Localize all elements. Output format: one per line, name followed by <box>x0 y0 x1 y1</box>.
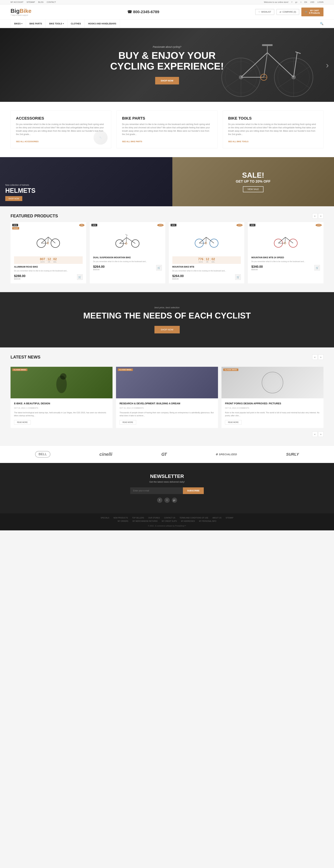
news-prev-button[interactable]: ‹ <box>312 354 318 360</box>
sitemap-link[interactable]: SITEMAP <box>27 1 35 3</box>
cart-info: MY CART 0 Products <box>309 9 320 14</box>
twitter-icon-footer[interactable]: t <box>164 498 170 503</box>
logo[interactable]: BigBike 7 days a week support <box>10 8 31 16</box>
footer-sitemap[interactable]: SITEMAP <box>226 517 233 519</box>
svg-line-47 <box>199 237 206 243</box>
bike-parts-link[interactable]: SEE ALL BIKE PARTS <box>122 141 142 143</box>
meeting-section: best price, best selection MEETING THE N… <box>0 292 334 348</box>
svg-line-48 <box>206 237 214 243</box>
footer-our-stores[interactable]: OUR STORES <box>148 517 160 519</box>
twitter-icon[interactable]: t <box>301 1 301 3</box>
brand-specialized: ⚙ SPECIALIZED <box>215 453 237 456</box>
gplus-icon-footer[interactable]: g+ <box>172 498 177 503</box>
read-more-2[interactable]: READ MORE <box>120 420 136 425</box>
footer-addresses[interactable]: MY ADDRESSES <box>181 520 195 522</box>
product-name-2: DUAL SUSPENSION MOUNTAIN BIKE <box>93 256 162 259</box>
hero-title: BUY & ENJOY YOUR CYCLING EXPERIENCE! <box>106 50 229 72</box>
accessories-link[interactable]: SEE ALL ACCESSORIES <box>16 141 39 143</box>
svg-line-38 <box>120 238 127 244</box>
read-more-3[interactable]: READ MORE <box>225 420 242 425</box>
add-to-cart-1[interactable]: 🛒 <box>77 274 83 280</box>
nav-bike-tools[interactable]: BIKE TOOLS ▾ <box>46 20 67 28</box>
footer-credit-slips[interactable]: MY CREDIT SLIPS <box>162 520 177 522</box>
footer-new-products[interactable]: NEW PRODUCTS <box>113 517 128 519</box>
news-next-button[interactable]: › <box>318 354 324 360</box>
product-image-1 <box>14 226 83 254</box>
facebook-icon[interactable]: f <box>157 498 162 503</box>
featured-next-button[interactable]: › <box>318 213 324 219</box>
blog-link[interactable]: BLOG <box>38 1 43 3</box>
fb-icon[interactable]: f <box>292 1 292 3</box>
language-selector[interactable]: EN <box>304 1 307 3</box>
news-desc-3: Ruhr is the most popular bull point in t… <box>225 411 320 417</box>
contact-link[interactable]: CONTACT <box>47 1 56 3</box>
gplus-icon[interactable]: g+ <box>295 1 298 3</box>
nav-hooks[interactable]: HOOKS AND HANDLEBARS <box>85 20 120 28</box>
product-price-4: $340.00 $320.00 <box>251 265 263 271</box>
brand-gt: GT <box>161 452 166 457</box>
hero-bike-image <box>215 32 320 98</box>
compare-button[interactable]: ⇄ COMPARE (0) <box>276 9 299 15</box>
svg-line-17 <box>294 67 309 77</box>
product-desc-3: Do you remember what it is like to be cr… <box>172 270 241 272</box>
newsletter-title: NEWSLETTER <box>10 473 324 479</box>
hero-next-arrow[interactable]: › <box>326 60 329 70</box>
search-icon[interactable]: 🔍 <box>320 22 324 25</box>
featured-nav: ‹ › <box>312 213 324 219</box>
news-next-bottom-button[interactable]: › <box>318 432 324 437</box>
main-nav: BIKES ▾ BIKE PARTS BIKE TOOLS ▾ CLOTHES … <box>0 20 334 28</box>
svg-line-14 <box>278 77 294 88</box>
svg-line-8 <box>241 67 257 77</box>
featured-prev-button[interactable]: ‹ <box>312 213 318 219</box>
bike-tools-link[interactable]: SEE ALL BIKE TOOLS <box>228 141 248 143</box>
discount-badge-1: -8% <box>79 224 85 226</box>
helmets-promo: New collection of helmets HELMETS SHOP N… <box>0 157 172 206</box>
nav-bikes[interactable]: BIKES ▾ <box>10 20 26 28</box>
helmets-shop-button[interactable]: SHOP NOW <box>5 196 22 201</box>
product-price-3: $264.00 $320.00 <box>172 274 184 280</box>
footer-specials[interactable]: SPECIALS <box>101 517 109 519</box>
footer-contact-us[interactable]: CONTACT US <box>164 517 175 519</box>
footer-about-us[interactable]: ABOUT US <box>212 517 222 519</box>
footer-merchandise-returns[interactable]: MY MERCHANDISE RETURNS <box>133 520 158 522</box>
phone-number: ☎ 800-2345-6789 <box>127 10 159 14</box>
svg-line-16 <box>294 77 309 88</box>
hero-content: Passionate about cycling? BUY & ENJOY YO… <box>106 45 229 85</box>
hero-shop-button[interactable]: SHOP NOW <box>155 77 179 85</box>
news-meta-3: OCT 15, 2014 | 8 COMMENTS <box>225 407 320 409</box>
footer-copyright: © 2015 - E-commerce software by PrestaSh… <box>148 525 186 527</box>
wishlist-button[interactable]: ♡ WISHLIST <box>255 9 274 15</box>
svg-line-25 <box>294 53 297 77</box>
footer-top-sellers[interactable]: TOP SELLERS <box>132 517 144 519</box>
footer-row-1: SPECIALS NEW PRODUCTS TOP SELLERS OUR ST… <box>101 517 233 519</box>
nav-bike-parts[interactable]: BIKE PARTS <box>26 20 46 28</box>
add-to-cart-3[interactable]: 🛒 <box>235 274 241 280</box>
currency-selector[interactable]: USD <box>310 1 314 3</box>
footer-personal-info[interactable]: MY PERSONAL INFO <box>199 520 216 522</box>
new-badge-3: NEW <box>171 224 176 226</box>
login-link[interactable]: LOGIN <box>318 1 324 3</box>
brands-section: BELL cinelli GT ⚙ SPECIALIZED SURLY <box>0 445 334 463</box>
product-footer-4: $340.00 $320.00 🛒 <box>251 265 320 271</box>
add-to-cart-2[interactable]: 🛒 <box>156 265 162 271</box>
footer-terms[interactable]: TERMS AND CONDITIONS OF USE <box>179 517 208 519</box>
new-badge-1: NEW <box>12 224 18 226</box>
cart-button[interactable]: 🛒 MY CART 0 Products <box>301 7 324 16</box>
meeting-shop-button[interactable]: SHOP NOW <box>155 326 180 333</box>
my-account-link[interactable]: MY ACCOUNT <box>10 1 23 3</box>
footer-my-orders[interactable]: MY ORDERS <box>118 520 128 522</box>
news-image-2: CLASSIC BIKES <box>116 367 218 398</box>
svg-point-61 <box>262 372 283 393</box>
newsletter-subscribe-button[interactable]: SUBSCRIBE <box>183 487 204 494</box>
view-sale-button[interactable]: VIEW SALE <box>243 186 263 192</box>
discount-badge-2: -20% <box>157 224 163 226</box>
brand-cinelli: cinelli <box>99 452 112 457</box>
hero-section: Passionate about cycling? BUY & ENJOY YO… <box>0 28 334 102</box>
footer-row-2: MY ORDERS MY MERCHANDISE RETURNS MY CRED… <box>118 520 216 522</box>
add-to-cart-4[interactable]: 🛒 <box>314 265 320 271</box>
product-dual-suspension: NEW -20% DUAL SUSPENSION MOUNTAIN BIKE D… <box>90 222 165 283</box>
read-more-1[interactable]: READ MORE <box>14 420 31 425</box>
newsletter-email-input[interactable] <box>130 487 183 494</box>
nav-clothes[interactable]: CLOTHES <box>67 20 85 28</box>
news-prev-bottom-button[interactable]: ‹ <box>312 432 318 437</box>
